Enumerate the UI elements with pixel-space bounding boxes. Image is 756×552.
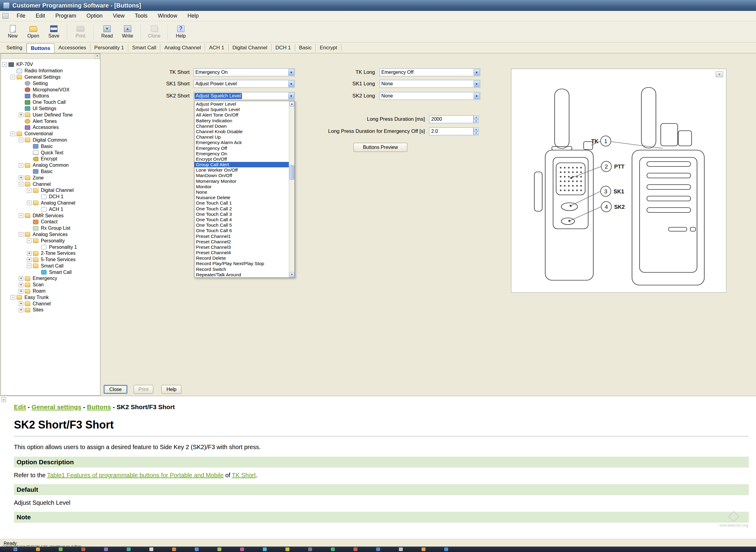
- menu-item[interactable]: Tools: [130, 11, 153, 21]
- toolbar-button[interactable]: Open: [23, 22, 43, 41]
- tree-item[interactable]: - Smart Call: [2, 263, 100, 269]
- help-text-part[interactable]: Table1 Features of programmable buttons …: [47, 472, 224, 478]
- toolbar-button[interactable]: Save: [43, 22, 64, 41]
- taskbar-item[interactable]: [81, 547, 85, 551]
- menu-item[interactable]: Edit: [30, 11, 50, 21]
- tree-item[interactable]: + Roam: [2, 288, 100, 294]
- tree-item[interactable]: - Digital Common: [2, 137, 100, 143]
- tree-expand-toggle[interactable]: +: [19, 113, 23, 117]
- tree-panel-close-icon[interactable]: [95, 54, 100, 58]
- taskbar-item[interactable]: [286, 547, 290, 551]
- dropdown-option[interactable]: Preset Channel4: [194, 250, 289, 255]
- tree-item[interactable]: - Digital Channel: [2, 187, 100, 194]
- tree-item[interactable]: UI Settings: [2, 106, 100, 112]
- tab[interactable]: Buttons: [27, 43, 54, 53]
- tree-item[interactable]: - Conventional: [2, 131, 100, 137]
- tree-item[interactable]: Setting: [2, 80, 100, 87]
- tree-expand-toggle[interactable]: -: [27, 264, 31, 268]
- tree-item[interactable]: Accessories: [2, 124, 100, 131]
- breadcrumb-item[interactable]: Buttons: [87, 403, 111, 410]
- tab[interactable]: Analog Channel: [160, 44, 205, 51]
- tree-item[interactable]: + Zone: [2, 175, 100, 181]
- tab[interactable]: Basic: [295, 44, 316, 51]
- tab[interactable]: DCH 1: [271, 44, 295, 51]
- tree-item[interactable]: ACH 1: [2, 206, 100, 213]
- tree-expand-toggle[interactable]: -: [19, 138, 23, 142]
- tab[interactable]: Encrypt: [316, 44, 341, 51]
- dropdown-arrow-icon[interactable]: [474, 69, 480, 76]
- tree-item[interactable]: + Emergency: [2, 275, 100, 282]
- tree-item[interactable]: + Sites: [2, 307, 100, 313]
- dropdown-option[interactable]: One Touch Call 3: [194, 212, 289, 217]
- dropdown-option[interactable]: Momentary Monitor: [194, 178, 289, 184]
- dropdown-option[interactable]: Emergency Off: [194, 146, 289, 151]
- tree-item[interactable]: Alert Tones: [2, 118, 100, 124]
- taskbar-item[interactable]: [263, 547, 267, 551]
- dropdown-option[interactable]: Record Delete: [194, 255, 289, 261]
- breadcrumb-item[interactable]: General settings: [31, 403, 81, 410]
- tree-item[interactable]: + Channel: [2, 300, 100, 307]
- taskbar-item[interactable]: [399, 547, 403, 551]
- dropdown-option[interactable]: All Alert Tone On/Off: [194, 112, 289, 118]
- dropdown-option[interactable]: Channel Knob Disable: [194, 129, 289, 134]
- spin-up-icon[interactable]: [474, 115, 479, 119]
- taskbar-item[interactable]: [308, 547, 312, 551]
- dropdown-option[interactable]: Adjust Power Level: [194, 101, 289, 107]
- tree-expand-toggle[interactable]: -: [27, 188, 31, 193]
- dropdown-arrow-icon[interactable]: [474, 93, 480, 99]
- dropdown-option[interactable]: None: [194, 189, 289, 195]
- tree-item[interactable]: Smart Call: [2, 269, 100, 275]
- toolbar-button[interactable]: Help: [171, 22, 191, 41]
- menu-item[interactable]: Help: [182, 11, 204, 21]
- long-press-duration-input[interactable]: 2000: [429, 115, 474, 123]
- dropdown-option[interactable]: Emergency Alarm Ack: [194, 140, 289, 145]
- tree-expand-toggle[interactable]: -: [11, 295, 15, 300]
- tab[interactable]: ACH 1: [205, 44, 228, 51]
- taskbar-item[interactable]: [149, 547, 153, 551]
- tree-item[interactable]: - DMR Services: [2, 213, 100, 219]
- tree-item[interactable]: Encrypt: [2, 156, 100, 162]
- tree-expand-toggle[interactable]: +: [27, 258, 31, 262]
- tree-expand-toggle[interactable]: -: [19, 214, 23, 218]
- breadcrumb-item[interactable]: Edit: [14, 403, 26, 410]
- dropdown-option[interactable]: One Touch Call 4: [194, 217, 289, 223]
- scrollbar-thumb[interactable]: [290, 165, 294, 180]
- tree-expand-toggle[interactable]: -: [11, 75, 15, 79]
- tree-item[interactable]: + User Defined Tone: [2, 112, 100, 118]
- taskbar-item[interactable]: [240, 547, 244, 551]
- tree-expand-toggle[interactable]: +: [19, 301, 23, 306]
- toolbar-button[interactable]: Write: [117, 22, 138, 41]
- taskbar-item[interactable]: [421, 547, 425, 551]
- tree-item[interactable]: - Analog Channel: [2, 200, 100, 206]
- tab[interactable]: Digital Channel: [229, 44, 271, 51]
- tree-expand-toggle[interactable]: -: [27, 239, 31, 243]
- help-button[interactable]: Help: [162, 385, 181, 394]
- taskbar-item[interactable]: [444, 547, 448, 551]
- dropdown-option[interactable]: Battery Indication: [194, 118, 289, 124]
- dropdown-option[interactable]: Group Call Alert: [194, 162, 289, 167]
- tree-expand-toggle[interactable]: +: [19, 308, 23, 312]
- toolbar-button[interactable]: Clone: [144, 22, 165, 41]
- tree-expand-toggle[interactable]: -: [27, 200, 31, 205]
- tree-item[interactable]: + 5-Tone Services: [2, 257, 100, 263]
- tab[interactable]: Personality 1: [90, 44, 128, 51]
- tree-expand-toggle[interactable]: -: [11, 132, 15, 136]
- tree-item[interactable]: + Scan: [2, 282, 100, 288]
- diagram-close-button[interactable]: [716, 72, 723, 77]
- dropdown-option[interactable]: Adjust Squelch Level: [194, 107, 289, 112]
- tree-item[interactable]: One Touch Call: [2, 99, 100, 106]
- dropdown-arrow-icon[interactable]: [474, 81, 480, 87]
- tree-item[interactable]: - General Settings: [2, 74, 100, 81]
- help-panel-close-icon[interactable]: [1, 397, 6, 402]
- toolbar-button[interactable]: Read: [97, 22, 117, 41]
- tree-expand-toggle[interactable]: +: [19, 289, 23, 294]
- tree-item[interactable]: Basic: [2, 143, 100, 149]
- taskbar-item[interactable]: [354, 547, 357, 551]
- tree-item[interactable]: Microphone/VOX: [2, 87, 100, 93]
- dropdown-option[interactable]: Preset Channel2: [194, 239, 289, 245]
- close-button[interactable]: Close: [104, 385, 127, 394]
- taskbar-item[interactable]: [217, 547, 221, 551]
- dropdown-option[interactable]: Lone Worker On/Off: [194, 167, 289, 173]
- dropdown-option[interactable]: Channel Down: [194, 124, 289, 129]
- tree-expand-toggle[interactable]: -: [19, 232, 23, 237]
